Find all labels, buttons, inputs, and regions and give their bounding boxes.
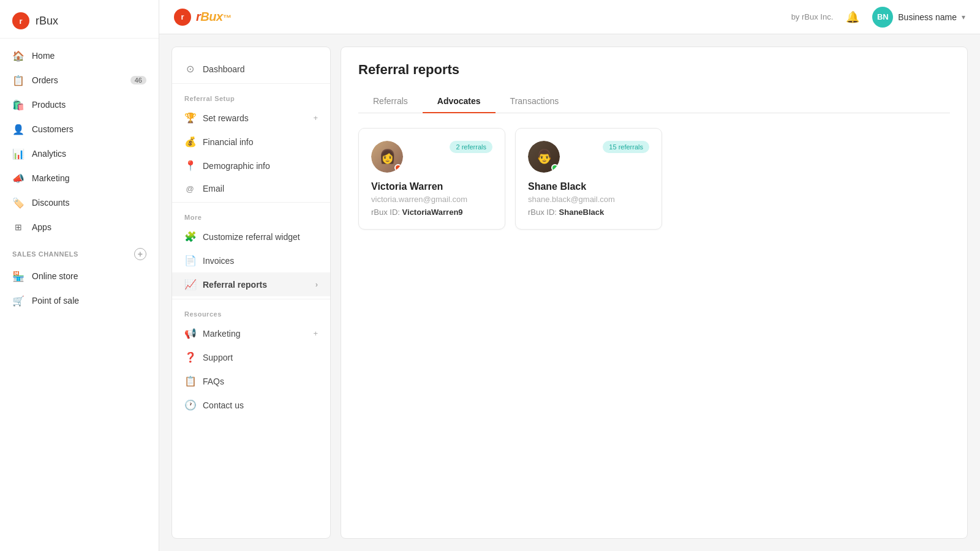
tab-advocates[interactable]: Advocates: [423, 90, 496, 113]
sidebar-item-online-store[interactable]: 🏪 Online store: [0, 264, 159, 288]
app-panel-contact-us[interactable]: 🕐 Contact us: [172, 393, 330, 417]
app-panel-marketing[interactable]: 📢 Marketing +: [172, 321, 330, 345]
user-avatar: BN: [872, 7, 893, 28]
victoria-rbux-id-label: rBux ID:: [371, 208, 402, 217]
sidebar-item-analytics[interactable]: 📊 Analytics: [0, 141, 159, 166]
sidebar-item-orders[interactable]: 📋 Orders 46: [0, 68, 159, 92]
victoria-rbux-id: rBux ID: VictoriaWarren9: [371, 208, 492, 217]
orders-badge: 46: [130, 76, 146, 84]
sales-channels-header: SALES CHANNELS +: [0, 239, 159, 264]
sidebar-item-point-of-sale-label: Point of sale: [32, 296, 79, 305]
add-sales-channel-button[interactable]: +: [134, 248, 146, 260]
more-section-header: More: [172, 205, 330, 225]
sidebar-item-discounts[interactable]: 🏷️ Discounts: [0, 190, 159, 215]
user-name: Business name: [898, 12, 957, 22]
sidebar-header: r rBux: [0, 0, 159, 39]
invoices-icon: 📄: [184, 255, 195, 266]
sidebar-item-orders-label: Orders: [32, 75, 58, 85]
sidebar-item-products-label: Products: [32, 100, 66, 110]
sidebar-item-apps-label: Apps: [32, 222, 51, 232]
app-panel-referral-reports[interactable]: 📈 Referral reports ›: [172, 272, 330, 296]
content-panel: Referral reports Referrals Advocates Tra…: [341, 47, 968, 539]
victoria-email: victoria.warren@gmail.com: [371, 195, 492, 204]
advocates-cards-row: 👩 2 referrals Victoria Warren victoria.w…: [358, 128, 950, 230]
page-body: ⊙ Dashboard Referral Setup 🏆 Set rewards…: [159, 34, 980, 551]
sidebar-item-home[interactable]: 🏠 Home: [0, 43, 159, 68]
topbar-brand: r rBux™: [174, 9, 231, 26]
customize-widget-label: Customize referral widget: [203, 232, 300, 242]
faqs-label: FAQs: [203, 377, 224, 386]
set-rewards-label: Set rewards: [203, 113, 249, 123]
tabs-row: Referrals Advocates Transactions: [358, 90, 950, 113]
set-rewards-add-icon: +: [313, 113, 318, 122]
shane-rbux-id: rBux ID: ShaneBlack: [528, 208, 649, 217]
shane-rbux-id-value: ShaneBlack: [559, 208, 605, 217]
topbar-brand-icon: r: [174, 9, 191, 26]
topbar: r rBux™ by rBux Inc. 🔔 BN Business name …: [159, 0, 980, 34]
app-panel-set-rewards[interactable]: 🏆 Set rewards +: [172, 106, 330, 130]
shane-status-dot: [551, 164, 559, 171]
marketing-add-icon: +: [313, 329, 318, 338]
online-store-icon: 🏪: [12, 270, 24, 282]
app-panel-demographic-info[interactable]: 📍 Demographic info: [172, 154, 330, 178]
sidebar-item-online-store-label: Online store: [32, 271, 78, 281]
topbar-brand-name: rBux™: [196, 10, 231, 24]
tab-transactions[interactable]: Transactions: [496, 90, 574, 113]
advocate-card-shane: 👨 15 referrals Shane Black shane.black@g…: [515, 128, 662, 230]
sidebar-item-customers[interactable]: 👤 Customers: [0, 117, 159, 141]
app-panel-dashboard-label: Dashboard: [203, 64, 245, 74]
contact-us-label: Contact us: [203, 400, 244, 410]
app-panel-faqs[interactable]: 📋 FAQs: [172, 369, 330, 393]
sidebar-app-name: rBux: [36, 15, 58, 28]
referral-reports-chevron-icon: ›: [315, 280, 318, 289]
email-icon: @: [184, 184, 195, 193]
support-label: Support: [203, 353, 233, 362]
tab-referrals[interactable]: Referrals: [358, 90, 423, 113]
victoria-name: Victoria Warren: [371, 181, 492, 192]
financial-info-label: Financial info: [203, 137, 254, 147]
resources-marketing-icon: 📢: [184, 328, 195, 339]
user-menu-button[interactable]: BN Business name ▾: [872, 7, 965, 28]
sidebar-item-discounts-label: Discounts: [32, 198, 69, 208]
user-menu-chevron-icon: ▾: [962, 13, 965, 21]
victoria-referrals-badge: 2 referrals: [450, 141, 492, 153]
page-title: Referral reports: [358, 62, 950, 78]
app-panel-dashboard[interactable]: ⊙ Dashboard: [172, 57, 330, 81]
app-panel-financial-info[interactable]: 💰 Financial info: [172, 130, 330, 154]
sidebar-item-marketing[interactable]: 📣 Marketing: [0, 166, 159, 190]
demographic-info-icon: 📍: [184, 160, 195, 171]
notification-bell-button[interactable]: 🔔: [843, 7, 862, 27]
topbar-right: by rBux Inc. 🔔 BN Business name ▾: [791, 7, 965, 28]
shane-referrals-badge: 15 referrals: [603, 141, 649, 153]
sidebar-item-products[interactable]: 🛍️ Products: [0, 92, 159, 117]
sidebar: r rBux 🏠 Home 📋 Orders 46 🛍️ Products 👤 …: [0, 0, 159, 551]
shane-email: shane.black@gmail.com: [528, 195, 649, 204]
point-of-sale-icon: 🛒: [12, 294, 24, 307]
app-panel-email[interactable]: @ Email: [172, 178, 330, 200]
shane-name: Shane Black: [528, 181, 649, 192]
email-label: Email: [203, 184, 224, 193]
apps-icon: ⊞: [12, 221, 24, 233]
main-content: r rBux™ by rBux Inc. 🔔 BN Business name …: [159, 0, 980, 551]
app-panel-invoices[interactable]: 📄 Invoices: [172, 249, 330, 272]
dashboard-icon: ⊙: [184, 63, 195, 75]
referral-reports-icon: 📈: [184, 279, 195, 290]
victoria-avatar-container: 👩: [371, 141, 403, 173]
sidebar-item-point-of-sale[interactable]: 🛒 Point of sale: [0, 288, 159, 313]
sidebar-item-apps[interactable]: ⊞ Apps: [0, 215, 159, 239]
set-rewards-icon: 🏆: [184, 112, 195, 124]
sidebar-logo-icon: r: [12, 12, 29, 29]
app-panel-support[interactable]: ❓ Support: [172, 345, 330, 369]
resources-section-header: Resources: [172, 302, 330, 321]
referral-setup-section-header: Referral Setup: [172, 86, 330, 106]
app-panel-customize-widget[interactable]: 🧩 Customize referral widget: [172, 225, 330, 249]
marketing-icon: 📣: [12, 172, 24, 184]
financial-info-icon: 💰: [184, 136, 195, 148]
support-icon: ❓: [184, 351, 195, 363]
topbar-byline: by rBux Inc.: [791, 12, 834, 21]
analytics-icon: 📊: [12, 148, 24, 160]
customize-widget-icon: 🧩: [184, 231, 195, 242]
sidebar-item-customers-label: Customers: [32, 124, 74, 134]
sidebar-item-home-label: Home: [32, 51, 55, 61]
sidebar-nav: 🏠 Home 📋 Orders 46 🛍️ Products 👤 Custome…: [0, 39, 159, 551]
